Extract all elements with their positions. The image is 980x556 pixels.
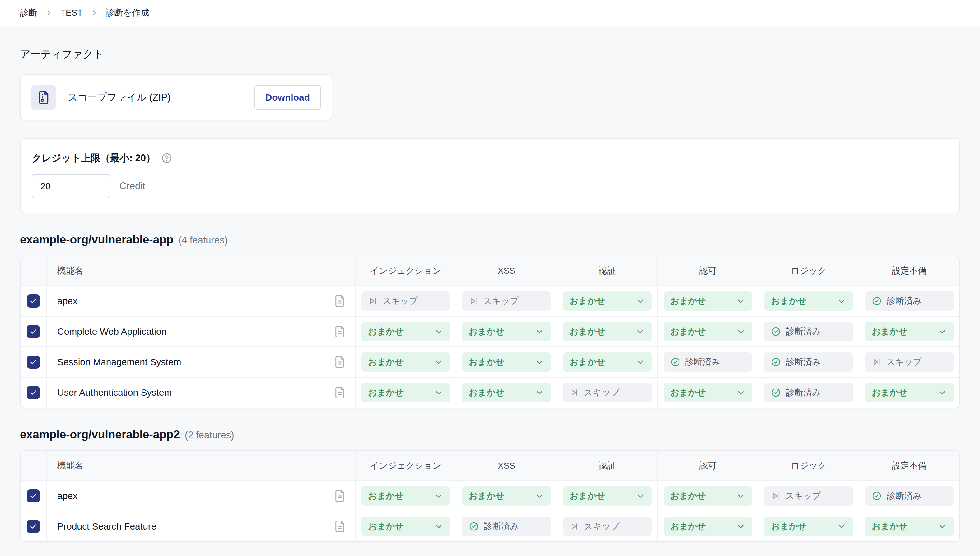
row-checkbox[interactable] <box>27 520 40 533</box>
category-cell: 診断済み <box>859 286 959 316</box>
category-cell: スキップ <box>456 286 556 316</box>
row-checkbox[interactable] <box>27 325 40 338</box>
breadcrumb-item-test[interactable]: TEST <box>60 8 83 18</box>
category-select[interactable]: おまかせ <box>361 322 450 341</box>
checkbox-cell <box>21 347 46 377</box>
skip-badge: スキップ <box>563 383 652 402</box>
category-select[interactable]: おまかせ <box>462 352 551 372</box>
zip-file-icon <box>31 85 56 110</box>
category-select[interactable]: おまかせ <box>462 322 551 341</box>
category-select-value: おまかせ <box>469 490 505 502</box>
column-header-category: 認可 <box>658 451 758 480</box>
breadcrumb-item-diagnosis[interactable]: 診断 <box>20 7 37 19</box>
category-cell: 診断済み <box>658 347 758 377</box>
category-select[interactable]: おまかせ <box>764 291 853 311</box>
row-checkbox[interactable] <box>27 294 40 307</box>
category-select-value: おまかせ <box>368 326 404 338</box>
feature-cell: User Authentication System <box>46 378 355 407</box>
category-select[interactable]: おまかせ <box>361 352 450 372</box>
repo-title: example-org/vulnerable-app2(2 features) <box>20 428 960 441</box>
diagnosed-label: 診断済み <box>786 326 821 338</box>
category-cell: 診断済み <box>758 347 859 377</box>
chevron-down-icon <box>736 296 745 306</box>
repo-name: example-org/vulnerable-app <box>20 233 173 246</box>
category-cell: おまかせ <box>758 511 859 541</box>
category-cell: 診断済み <box>758 317 859 346</box>
category-select[interactable]: おまかせ <box>865 322 954 341</box>
chevron-down-icon <box>535 357 544 367</box>
category-cell: おまかせ <box>658 317 758 346</box>
category-cell: スキップ <box>556 378 658 407</box>
category-select[interactable]: おまかせ <box>664 383 753 402</box>
credit-unit-label: Credit <box>119 181 145 192</box>
diagnosed-label: 診断済み <box>786 387 821 398</box>
category-select-value: おまかせ <box>671 326 706 338</box>
category-select[interactable]: おまかせ <box>664 322 753 341</box>
category-select-value: おまかせ <box>872 387 907 398</box>
check-circle-icon <box>469 522 479 532</box>
category-select[interactable]: おまかせ <box>361 383 450 402</box>
file-text-icon[interactable] <box>333 294 346 307</box>
diagnosed-badge: 診断済み <box>865 291 954 311</box>
category-select[interactable]: おまかせ <box>664 486 753 506</box>
check-icon <box>29 328 37 336</box>
category-cell: 診断済み <box>859 481 959 511</box>
chevron-down-icon <box>736 388 745 397</box>
category-cell: おまかせ <box>355 317 456 346</box>
chevron-down-icon <box>636 357 645 367</box>
column-header-feature-name: 機能名 <box>46 256 355 286</box>
category-select[interactable]: おまかせ <box>664 291 753 311</box>
category-cell: おまかせ <box>556 286 658 316</box>
checkbox-cell <box>21 378 46 407</box>
feature-cell: Complete Web Application <box>46 317 355 346</box>
feature-cell: apex <box>46 481 355 511</box>
table-body: apexおまかせおまかせおまかせおまかせスキップ診断済みProduct Sear… <box>21 480 959 541</box>
category-select[interactable]: おまかせ <box>563 291 652 311</box>
category-select[interactable]: おまかせ <box>563 352 652 372</box>
credit-limit-label: クレジット上限（最小: 20） <box>32 152 156 165</box>
category-select[interactable]: おまかせ <box>865 517 954 536</box>
column-header-category: インジェクション <box>355 451 456 480</box>
repo-feature-count: (2 features) <box>185 430 234 441</box>
category-select[interactable]: おまかせ <box>361 517 450 536</box>
column-header-category: インジェクション <box>355 256 456 286</box>
file-text-icon[interactable] <box>333 386 346 399</box>
row-checkbox[interactable] <box>27 386 40 399</box>
category-select[interactable]: おまかせ <box>361 486 450 506</box>
category-select[interactable]: おまかせ <box>563 486 652 506</box>
check-circle-icon <box>872 296 882 306</box>
table-row: User Authentication Systemおまかせおまかせスキップおま… <box>21 377 959 407</box>
row-checkbox[interactable] <box>27 490 40 503</box>
category-select[interactable]: おまかせ <box>462 383 551 402</box>
diagnosed-label: 診断済み <box>685 356 720 368</box>
category-select[interactable]: おまかせ <box>664 517 753 536</box>
file-text-icon[interactable] <box>333 490 346 503</box>
skip-forward-icon <box>570 388 579 397</box>
file-text-icon[interactable] <box>333 356 346 369</box>
chevron-down-icon <box>837 296 846 306</box>
file-text-icon[interactable] <box>333 520 346 533</box>
row-checkbox[interactable] <box>27 356 40 369</box>
category-cell: おまかせ <box>355 481 456 511</box>
table-body: apexスキップスキップおまかせおまかせおまかせ診断済みComplete Web… <box>21 286 959 407</box>
chevron-down-icon <box>535 388 544 397</box>
category-select[interactable]: おまかせ <box>865 383 954 402</box>
chevron-down-icon <box>434 388 443 397</box>
skip-badge: スキップ <box>865 352 954 372</box>
category-select[interactable]: おまかせ <box>462 486 551 506</box>
skip-label: スキップ <box>584 520 620 532</box>
category-cell: おまかせ <box>859 511 959 541</box>
help-circle-icon[interactable] <box>161 152 172 164</box>
file-text-icon[interactable] <box>333 325 346 338</box>
category-select[interactable]: おまかせ <box>764 517 853 536</box>
column-header-category: 設定不備 <box>859 256 959 286</box>
download-button[interactable]: Download <box>254 85 321 110</box>
diagnosed-label: 診断済み <box>887 295 922 307</box>
category-select[interactable]: おまかせ <box>563 322 652 341</box>
category-cell: スキップ <box>758 481 859 511</box>
category-cell: おまかせ <box>859 317 959 346</box>
category-select-value: おまかせ <box>671 295 706 307</box>
category-select-value: おまかせ <box>570 326 605 338</box>
check-circle-icon <box>771 357 781 367</box>
credit-limit-input[interactable] <box>32 174 110 198</box>
